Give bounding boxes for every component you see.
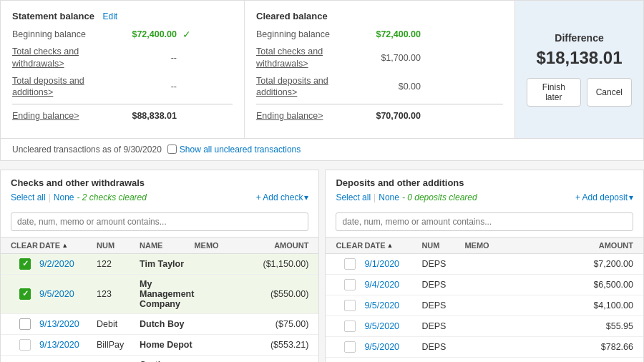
checks-select-all[interactable]: Select all (11, 192, 46, 202)
deposits-row-2-num: DEPS (421, 300, 464, 310)
deposits-search-input[interactable] (336, 212, 633, 231)
deposits-row-4-checkbox[interactable] (344, 341, 356, 353)
checks-row-2-checkbox-cell[interactable] (11, 318, 39, 330)
statement-balance-title: Statement balance Edit (12, 11, 233, 21)
checks-row-1-num: 123 (97, 289, 140, 299)
checks-row-0-name: Tim Taylor (140, 259, 194, 269)
checks-row-3-date[interactable]: 9/13/2020 (39, 340, 97, 350)
finish-later-button[interactable]: Finish later (527, 78, 581, 107)
checks-withdrawals-statement: -- (105, 53, 177, 63)
checks-row-1-checkbox[interactable] (19, 288, 31, 300)
deposits-col-date: DATE ▲ (364, 241, 421, 250)
checks-row-2-num: Debit (97, 319, 140, 329)
checks-row-0-date[interactable]: 9/2/2020 (39, 259, 97, 269)
edit-link[interactable]: Edit (103, 11, 118, 21)
deposits-row-1-amount: $6,500.00 (576, 280, 633, 290)
deposits-row-1-checkbox-cell[interactable] (336, 279, 364, 290)
checks-panel-actions: Select all | None - 2 checks cleared + A… (11, 192, 308, 202)
checks-col-memo: MEMO (194, 241, 251, 250)
checks-row-3-amount: ($553.21) (251, 340, 308, 350)
deposits-row-2-checkbox-cell[interactable] (336, 300, 364, 311)
deposits-row-0-checkbox[interactable] (344, 258, 356, 270)
deposits-row-2-date[interactable]: 9/5/2020 (364, 300, 421, 310)
checks-row-0-checkbox-cell[interactable] (11, 258, 39, 270)
checks-search-input[interactable] (11, 212, 308, 231)
difference-buttons: Finish later Cancel (527, 78, 632, 107)
checks-row-3-checkbox[interactable] (19, 339, 31, 351)
table-row: 9/5/2020 123 My Management Company ($550… (1, 275, 318, 314)
cleared-deposits-value: $0.00 (349, 82, 421, 92)
deposits-row-0-num: DEPS (421, 259, 464, 269)
checks-none[interactable]: None (54, 192, 74, 202)
deposits-row-4-checkbox-cell[interactable] (336, 341, 364, 353)
deposits-panel-left-actions: Select all | None - 0 deposits cleared (336, 192, 477, 202)
cleared-ending-label: Ending balance> (256, 110, 349, 122)
checks-search-bar (1, 212, 318, 237)
deposits-row-1-date[interactable]: 9/4/2020 (364, 280, 421, 290)
deposits-additions-statement: -- (105, 82, 177, 92)
checks-table-header: CLEAR DATE ▲ NUM NAME MEMO AMOUNT (1, 237, 318, 254)
table-row: 9/13/2020 BillPay Home Depot ($553.21) (1, 335, 318, 356)
top-panel: Statement balance Edit Beginning balance… (0, 0, 644, 139)
checks-row-2-amount: ($75.00) (251, 319, 308, 329)
deposits-row-4-num: DEPS (421, 342, 464, 352)
deposits-row-2-checkbox[interactable] (344, 300, 356, 311)
deposits-row-1-num: DEPS (421, 280, 464, 290)
deposits-col-clear: CLEAR (336, 241, 364, 250)
deposits-row-0-date[interactable]: 9/1/2020 (364, 259, 421, 269)
deposits-row-0-amount: $7,200.00 (576, 259, 633, 269)
table-row: 9/5/2020 DEPS $4,100.00 (326, 295, 643, 316)
show-uncleared-checkbox-label[interactable]: Show all uncleared transactions (167, 145, 301, 155)
table-row: 9/5/2020 DEPS $782.66 (326, 337, 643, 358)
difference-label: Difference (555, 32, 603, 44)
checks-withdrawals-label: Total checks and withdrawals> (12, 46, 105, 69)
deposits-row-3-checkbox[interactable] (344, 321, 356, 332)
cleared-checks-label: Total checks and withdrawals> (256, 46, 349, 69)
check-icon: ✓ (182, 29, 191, 40)
show-uncleared-checkbox[interactable] (167, 145, 177, 154)
checks-row-2-name: Dutch Boy (140, 319, 194, 329)
deposits-row-3-date[interactable]: 9/5/2020 (364, 321, 421, 331)
deposits-row-0-checkbox-cell[interactable] (336, 258, 364, 270)
table-row: 9/29/2020 124 Curtis Mayfield ($255.84) (1, 356, 318, 363)
checks-row-4-name: Curtis Mayfield (140, 360, 194, 363)
checks-row-1-date[interactable]: 9/5/2020 (39, 289, 97, 299)
deposits-none[interactable]: None (379, 192, 399, 202)
main-content: Checks and other withdrawals Select all … (0, 170, 644, 363)
checks-panel: Checks and other withdrawals Select all … (0, 170, 319, 363)
checks-row-3-num: BillPay (97, 340, 140, 350)
checks-row-2-date[interactable]: 9/13/2020 (39, 319, 97, 329)
checks-row-2-checkbox[interactable] (19, 318, 31, 330)
cancel-button[interactable]: Cancel (587, 78, 632, 107)
checks-row-0-checkbox[interactable] (19, 258, 31, 270)
cleared-ending-value: $70,700.00 (349, 111, 421, 121)
checks-col-date: DATE ▲ (39, 241, 97, 250)
deposits-panel-title: Deposits and other additions (336, 177, 633, 188)
add-check-dropdown-icon: ▾ (304, 192, 308, 202)
checks-row-3-checkbox-cell[interactable] (11, 339, 39, 351)
deposits-row-1-checkbox[interactable] (344, 279, 356, 290)
cleared-beginning-value: $72,400.00 (349, 29, 421, 39)
deposits-row-4-date[interactable]: 9/5/2020 (364, 342, 421, 352)
checks-row-1-checkbox-cell[interactable] (11, 288, 39, 300)
cleared-balance-title: Cleared balance (256, 11, 503, 21)
table-row: 9/5/2020 DEPS $55.95 (326, 316, 643, 337)
checks-col-amount: AMOUNT (251, 241, 308, 250)
deposits-row-3-num: DEPS (421, 321, 464, 331)
checks-col-name: NAME (140, 241, 194, 250)
deposits-date-sort-arrow: ▲ (387, 242, 394, 249)
deposits-select-all[interactable]: Select all (336, 192, 371, 202)
deposits-row-2-amount: $4,100.00 (576, 300, 633, 310)
deposits-row-4-amount: $782.66 (576, 342, 633, 352)
checks-row-0-num: 122 (97, 259, 140, 269)
deposits-row-3-checkbox-cell[interactable] (336, 321, 364, 332)
beginning-balance-cleared-value: $72,400.00 (105, 29, 177, 39)
beginning-balance-label: Beginning balance (12, 29, 105, 40)
add-check-button[interactable]: + Add check ▾ (256, 192, 309, 202)
add-deposit-button[interactable]: + Add deposit ▾ (575, 192, 633, 202)
table-row: 9/1/2020 DEPS $7,200.00 (326, 254, 643, 275)
deposits-col-amount: AMOUNT (576, 241, 633, 250)
cleared-balance-section: Cleared balance Beginning balance $72,40… (244, 1, 514, 138)
table-row: 9/2/2020 122 Tim Taylor ($1,150.00) (1, 254, 318, 275)
deposits-col-num: NUM (421, 241, 464, 250)
